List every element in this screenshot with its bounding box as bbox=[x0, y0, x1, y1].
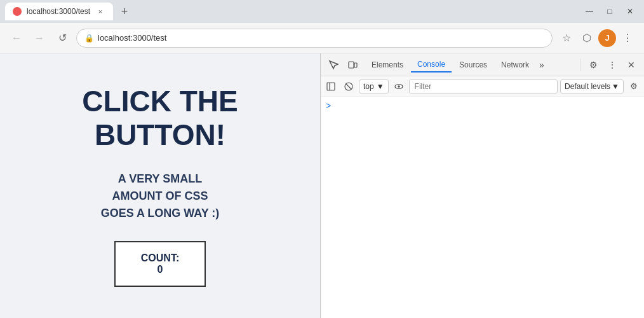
address-actions: ☆ ⬡ J ⋮ bbox=[558, 29, 636, 47]
count-value: 0 bbox=[141, 264, 179, 275]
tab-favicon bbox=[13, 7, 22, 16]
level-label: Default levels bbox=[565, 82, 610, 91]
browser-window: localhost:3000/test × + — □ ✕ ← → ↺ 🔒 lo… bbox=[0, 0, 644, 318]
level-selector[interactable]: Default levels ▼ bbox=[560, 80, 624, 93]
inspect-icon bbox=[328, 60, 339, 70]
devtools-inspect-button[interactable] bbox=[325, 56, 342, 74]
svg-point-7 bbox=[398, 85, 400, 88]
devtools-settings-button[interactable]: ⚙ bbox=[584, 56, 602, 74]
back-button[interactable]: ← bbox=[8, 29, 25, 47]
svg-rect-0 bbox=[349, 62, 354, 68]
maximize-button[interactable]: □ bbox=[601, 3, 619, 20]
svg-rect-2 bbox=[327, 83, 335, 90]
forward-button[interactable]: → bbox=[30, 29, 48, 47]
browser-tab[interactable]: localhost:3000/test × bbox=[5, 3, 113, 20]
svg-rect-1 bbox=[354, 63, 357, 67]
tab-close-button[interactable]: × bbox=[95, 6, 105, 17]
window-controls: — □ ✕ bbox=[580, 3, 639, 20]
url-text: localhost:3000/test bbox=[98, 33, 166, 43]
heading-line1: CLICK THE bbox=[82, 85, 238, 118]
prompt-arrow: > bbox=[326, 100, 331, 111]
devtools-end-buttons: ⚙ ⋮ ✕ bbox=[584, 56, 640, 74]
menu-button[interactable]: ⋮ bbox=[619, 29, 636, 47]
device-icon bbox=[347, 60, 358, 70]
devtools-kebab-button[interactable]: ⋮ bbox=[603, 56, 621, 74]
context-label: top bbox=[363, 82, 374, 91]
count-button[interactable]: COUNT: 0 bbox=[114, 241, 206, 287]
tab-sources[interactable]: Sources bbox=[453, 58, 493, 72]
console-sidebar-button[interactable] bbox=[323, 79, 339, 94]
tab-console[interactable]: Console bbox=[411, 57, 452, 73]
extensions-button[interactable]: ⬡ bbox=[578, 29, 596, 47]
console-clear-button[interactable] bbox=[341, 79, 356, 94]
toolbar-separator bbox=[580, 59, 580, 71]
context-selector[interactable]: top ▼ bbox=[359, 80, 389, 93]
eye-icon bbox=[394, 82, 403, 91]
more-tabs-button[interactable]: » bbox=[537, 60, 547, 70]
subtext-line2: AMOUNT OF CSS bbox=[101, 188, 220, 205]
context-arrow-icon: ▼ bbox=[377, 82, 384, 91]
minimize-button[interactable]: — bbox=[580, 3, 598, 20]
webpage: CLICK THE BUTTON! A VERY SMALL AMOUNT OF… bbox=[0, 53, 320, 318]
page-heading: CLICK THE BUTTON! bbox=[82, 85, 238, 152]
tab-network[interactable]: Network bbox=[495, 58, 535, 72]
level-arrow-icon: ▼ bbox=[612, 82, 619, 91]
console-eye-button[interactable] bbox=[391, 79, 406, 94]
devtools-toolbar: Elements Console Sources Network » ⚙ ⋮ ✕ bbox=[321, 53, 644, 76]
reload-button[interactable]: ↺ bbox=[53, 29, 71, 47]
console-prompt[interactable]: > bbox=[326, 99, 639, 112]
devtools-console-bar: top ▼ Default levels ▼ ⚙ bbox=[321, 76, 644, 97]
subtext-line3: GOES A LONG WAY :) bbox=[101, 205, 220, 222]
new-tab-button[interactable]: + bbox=[116, 3, 133, 20]
close-button[interactable]: ✕ bbox=[621, 3, 639, 20]
console-output: > bbox=[321, 97, 644, 318]
address-bar: ← → ↺ 🔒 localhost:3000/test ☆ ⬡ J ⋮ bbox=[0, 23, 644, 53]
devtools-panel: Elements Console Sources Network » ⚙ ⋮ ✕ bbox=[320, 53, 644, 318]
page-subtext: A VERY SMALL AMOUNT OF CSS GOES A LONG W… bbox=[101, 170, 220, 222]
subtext-line1: A VERY SMALL bbox=[101, 170, 220, 188]
filter-input[interactable] bbox=[409, 80, 558, 93]
console-settings-button[interactable]: ⚙ bbox=[626, 79, 641, 94]
devtools-tabs: Elements Console Sources Network » bbox=[365, 57, 576, 73]
bookmark-button[interactable]: ☆ bbox=[558, 29, 575, 47]
count-label: COUNT: bbox=[141, 252, 179, 264]
url-bar[interactable]: 🔒 localhost:3000/test bbox=[76, 29, 553, 48]
main-area: CLICK THE BUTTON! A VERY SMALL AMOUNT OF… bbox=[0, 53, 644, 318]
svg-line-5 bbox=[346, 84, 351, 89]
devtools-close-button[interactable]: ✕ bbox=[622, 56, 640, 74]
tab-elements[interactable]: Elements bbox=[365, 58, 410, 72]
lock-icon: 🔒 bbox=[84, 34, 94, 43]
sidebar-icon bbox=[326, 82, 335, 91]
tab-title: localhost:3000/test bbox=[27, 7, 90, 16]
heading-line2: BUTTON! bbox=[82, 118, 238, 152]
clear-icon bbox=[344, 82, 353, 91]
devtools-device-button[interactable] bbox=[344, 56, 361, 74]
avatar[interactable]: J bbox=[598, 29, 616, 47]
title-bar: localhost:3000/test × + — □ ✕ bbox=[0, 0, 644, 23]
